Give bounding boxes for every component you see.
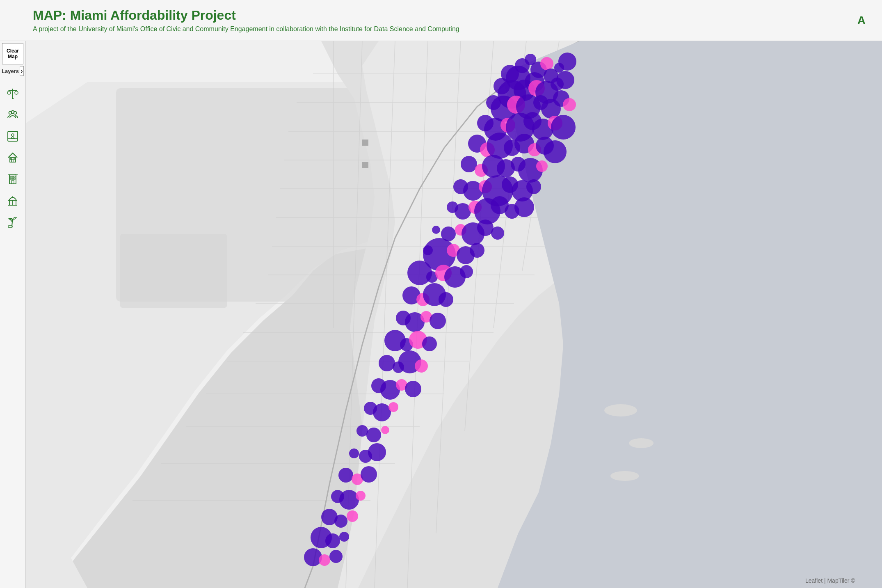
sidebar: Clear Map Layers ›	[0, 41, 26, 588]
map-dot[interactable]	[356, 491, 366, 501]
sidebar-divider	[0, 81, 25, 81]
svg-line-4	[9, 90, 9, 91]
svg-point-62	[629, 438, 654, 448]
map-dot[interactable]	[356, 425, 368, 437]
map-dot[interactable]	[347, 510, 358, 522]
map-dot[interactable]	[373, 403, 391, 421]
map-dot[interactable]	[432, 226, 440, 234]
svg-rect-26	[8, 226, 12, 227]
map-dot[interactable]	[338, 468, 353, 483]
sidebar-item-location[interactable]	[4, 127, 22, 145]
map-dot[interactable]	[514, 197, 534, 217]
map-svg: Leaflet | MapTiler ©	[26, 41, 882, 588]
map-dot[interactable]	[556, 71, 574, 89]
svg-point-61	[604, 404, 637, 416]
map-dot[interactable]	[304, 548, 322, 566]
map-dot[interactable]	[329, 550, 343, 563]
svg-rect-18	[10, 176, 11, 177]
map-dot[interactable]	[461, 156, 477, 172]
map-dot[interactable]	[422, 336, 437, 351]
map-dot[interactable]	[558, 53, 576, 71]
svg-text:Leaflet | MapTiler ©: Leaflet | MapTiler ©	[805, 577, 855, 584]
page-subtitle: A project of the University of Miami's O…	[33, 25, 882, 33]
map-dot[interactable]	[563, 98, 576, 111]
map-dot[interactable]	[551, 115, 576, 140]
map-dot[interactable]	[540, 57, 553, 70]
map-dot[interactable]	[455, 203, 471, 220]
svg-rect-59	[362, 162, 368, 168]
map-dot[interactable]	[430, 313, 446, 329]
svg-rect-24	[11, 181, 14, 184]
svg-rect-31	[120, 234, 227, 308]
header: MAP: Miami Affordability Project A proje…	[0, 0, 882, 41]
header-right-label: A	[857, 14, 866, 27]
map-dot[interactable]	[339, 532, 349, 542]
map-dot[interactable]	[339, 490, 359, 510]
map-dot[interactable]	[325, 533, 340, 548]
sidebar-item-nature[interactable]	[4, 213, 22, 231]
svg-line-5	[16, 90, 17, 91]
map-dot[interactable]	[491, 227, 504, 240]
svg-rect-23	[14, 178, 15, 179]
svg-rect-14	[11, 159, 13, 162]
map-dot[interactable]	[381, 426, 389, 434]
map-dot[interactable]	[526, 179, 541, 194]
svg-rect-16	[14, 158, 15, 160]
sidebar-item-building[interactable]	[4, 170, 22, 188]
map-dot[interactable]	[334, 515, 347, 528]
map-dot[interactable]	[536, 160, 548, 172]
map-dot[interactable]	[379, 355, 395, 371]
svg-rect-20	[14, 176, 15, 177]
svg-point-63	[610, 471, 639, 481]
svg-point-3	[15, 91, 18, 94]
sidebar-item-community[interactable]	[4, 106, 22, 124]
map-dot[interactable]	[405, 381, 421, 397]
map-dot[interactable]	[544, 140, 567, 163]
svg-rect-21	[10, 178, 11, 179]
map-dot[interactable]	[361, 466, 377, 483]
map-dot[interactable]	[470, 243, 484, 258]
map-dot[interactable]	[349, 448, 359, 458]
map-container[interactable]: Leaflet | MapTiler ©	[26, 41, 882, 588]
sidebar-item-affordability[interactable]	[4, 85, 22, 103]
svg-rect-15	[10, 158, 11, 160]
map-dot[interactable]	[388, 402, 398, 412]
clear-map-button[interactable]: Clear Map	[2, 43, 23, 64]
svg-rect-19	[12, 176, 14, 177]
map-dot[interactable]	[368, 443, 386, 461]
map-dot[interactable]	[477, 220, 494, 236]
svg-rect-58	[362, 140, 368, 146]
layers-chevron-button[interactable]: ›	[20, 66, 24, 76]
map-dot[interactable]	[319, 554, 330, 566]
layers-label: Layers	[2, 68, 19, 74]
svg-rect-22	[12, 178, 14, 179]
map-dot[interactable]	[366, 428, 381, 442]
sidebar-item-government[interactable]	[4, 191, 22, 209]
svg-point-2	[7, 91, 11, 94]
layers-row: Layers ›	[0, 66, 25, 76]
map-dot[interactable]	[415, 359, 428, 373]
page-title: MAP: Miami Affordability Project	[33, 8, 882, 23]
sidebar-item-housing[interactable]	[4, 149, 22, 167]
map-dot[interactable]	[460, 265, 473, 278]
map-dot[interactable]	[439, 292, 453, 307]
